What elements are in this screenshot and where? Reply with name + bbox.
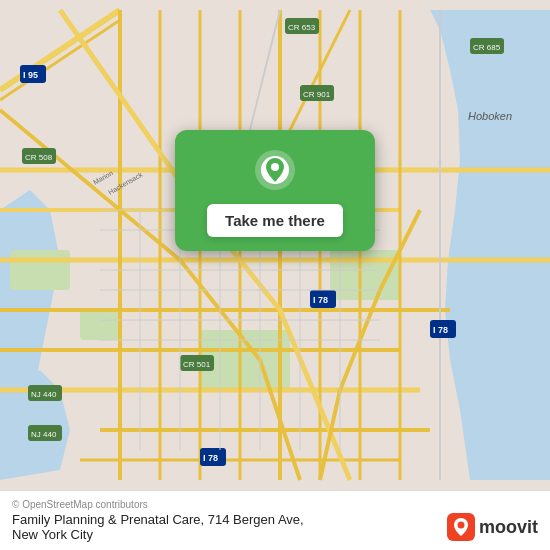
popup-card: Take me there bbox=[175, 130, 375, 251]
location-text: Family Planning & Prenatal Care, 714 Ber… bbox=[12, 512, 437, 542]
svg-point-63 bbox=[457, 522, 464, 529]
moovit-text: moovit bbox=[479, 517, 538, 538]
svg-text:I 78: I 78 bbox=[433, 325, 448, 335]
bottom-bar: © OpenStreetMap contributors Family Plan… bbox=[0, 490, 550, 550]
location-info: Family Planning & Prenatal Care, 714 Ber… bbox=[12, 512, 538, 542]
svg-point-61 bbox=[271, 163, 279, 171]
map-area[interactable]: I 95 CR 653 CR 685 CR 508 CR 901 I 78 I … bbox=[0, 0, 550, 490]
app: I 95 CR 653 CR 685 CR 508 CR 901 I 78 I … bbox=[0, 0, 550, 550]
svg-text:CR 653: CR 653 bbox=[288, 23, 316, 32]
svg-text:CR 685: CR 685 bbox=[473, 43, 501, 52]
map-attribution: © OpenStreetMap contributors bbox=[12, 499, 538, 510]
svg-text:CR 501: CR 501 bbox=[183, 360, 211, 369]
svg-text:NJ 440: NJ 440 bbox=[31, 390, 57, 399]
svg-rect-4 bbox=[80, 310, 120, 340]
svg-text:CR 901: CR 901 bbox=[303, 90, 331, 99]
svg-text:I 78: I 78 bbox=[313, 295, 328, 305]
svg-text:I 78: I 78 bbox=[203, 453, 218, 463]
moovit-logo: moovit bbox=[447, 513, 538, 541]
take-me-there-button[interactable]: Take me there bbox=[207, 204, 343, 237]
svg-text:I 95: I 95 bbox=[23, 70, 38, 80]
location-pin-icon bbox=[253, 148, 297, 192]
moovit-brand-icon bbox=[447, 513, 475, 541]
svg-text:NJ 440: NJ 440 bbox=[31, 430, 57, 439]
svg-text:Hoboken: Hoboken bbox=[468, 110, 512, 122]
svg-rect-3 bbox=[10, 250, 70, 290]
svg-text:CR 508: CR 508 bbox=[25, 153, 53, 162]
